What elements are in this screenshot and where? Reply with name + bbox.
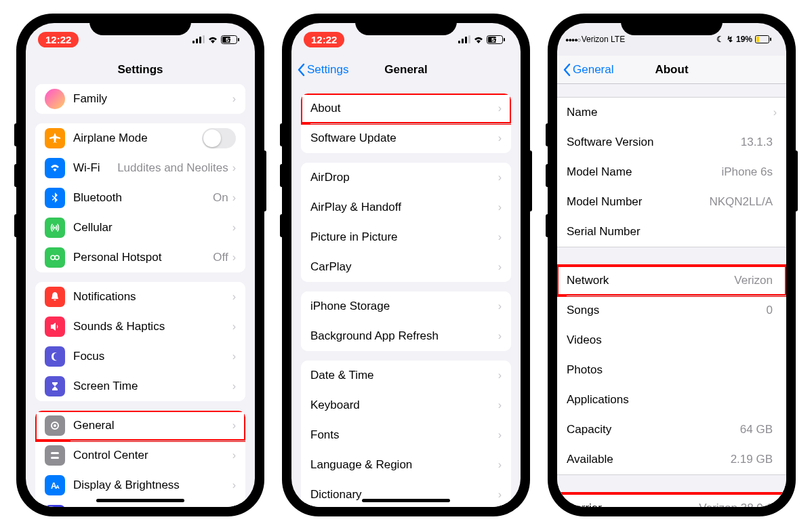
network-row: NetworkVerizon [557,266,786,295]
chevron-right-icon: › [498,132,502,144]
family-avatars-icon [45,89,65,109]
battery-charge-icon: ↯ [727,35,733,44]
battery-icon [755,35,771,43]
chevron-right-icon: › [498,171,502,184]
chevron-right-icon: › [498,429,502,441]
phone-2-general: 12:22 57 Settings General About › Soft [283,15,529,515]
grid-icon [45,505,65,507]
chevron-right-icon: › [498,102,502,115]
svg-rect-29 [504,38,505,41]
status-time: 12:22 [38,32,79,47]
airplane-toggle[interactable] [202,128,236,148]
chevron-right-icon: › [232,93,236,105]
cellular-row[interactable]: Cellular › [35,213,245,243]
status-time: 12:22 [304,32,344,47]
family-label: Family [73,92,232,106]
back-button[interactable]: Settings [297,63,348,77]
gear-icon [45,415,65,436]
signal-icon [458,35,470,43]
chevron-right-icon: › [232,222,236,234]
switches-icon [45,445,65,466]
software-version-row: Software Version13.1.3 [557,127,786,157]
notch [621,15,723,35]
svg-point-12 [54,424,56,427]
svg-rect-3 [203,35,205,43]
photos-row: Photos [557,355,786,385]
chevron-right-icon: › [232,350,236,363]
name-row[interactable]: Name› [557,98,786,127]
chevron-right-icon: › [498,369,502,382]
pip-row[interactable]: Picture in Picture› [301,222,511,252]
airplane-mode-row[interactable]: Airplane Mode [35,123,245,153]
cellular-icon [45,218,65,238]
home-indicator[interactable] [362,499,450,502]
applications-row: Applications [557,385,786,415]
about-row[interactable]: About › [301,94,511,123]
phone-3-about: ●●●●○ Verizon LTE ☾ ↯ 19% General About … [549,15,794,515]
software-update-row[interactable]: Software Update › [301,123,511,153]
wifi-row[interactable]: Wi-Fi Luddites and Neolites › [35,153,245,183]
notch [89,15,191,35]
chevron-right-icon: › [498,231,502,243]
airplay-row[interactable]: AirPlay & Handoff› [301,192,511,222]
nav-bar: Settings General [291,56,521,84]
bluetooth-row[interactable]: Bluetooth On › [35,183,245,213]
svg-point-8 [54,227,56,229]
general-row[interactable]: General › [35,411,245,441]
screentime-row[interactable]: Screen Time › [35,371,245,401]
available-row: Available2.19 GB [557,445,786,474]
chevron-right-icon: › [232,449,236,462]
serial-row: Serial Number [557,217,786,247]
notifications-row[interactable]: Notifications › [35,282,245,312]
bg-refresh-row[interactable]: Background App Refresh› [301,321,511,351]
focus-row[interactable]: Focus › [35,342,245,371]
chevron-right-icon: › [498,201,502,213]
storage-row[interactable]: iPhone Storage› [301,291,511,321]
fonts-row[interactable]: Fonts› [301,420,511,450]
bell-icon [45,287,65,307]
chevron-left-icon [297,63,305,77]
notch [355,15,457,35]
airplane-icon [45,128,65,148]
svg-text:57: 57 [491,37,498,43]
datetime-row[interactable]: Date & Time› [301,361,511,390]
keyboard-row[interactable]: Keyboard› [301,390,511,420]
control-center-row[interactable]: Control Center › [35,441,245,470]
back-button[interactable]: General [563,63,613,77]
svg-rect-26 [468,35,470,43]
chevron-right-icon: › [232,162,236,174]
chevron-right-icon: › [498,261,502,273]
battery-icon: 57 [221,35,240,44]
dictionary-row[interactable]: Dictionary› [301,480,511,507]
chevron-left-icon [563,63,571,77]
chevron-right-icon: › [498,399,502,411]
svg-point-10 [55,256,59,260]
sounds-row[interactable]: Sounds & Haptics › [35,312,245,342]
svg-rect-13 [51,452,59,454]
status-carrier: ●●●●○ Verizon LTE [565,35,625,44]
chevron-right-icon: › [232,479,236,491]
model-name-row: Model NameiPhone 6s [557,157,786,187]
svg-rect-25 [465,37,467,43]
chevron-right-icon: › [498,300,502,312]
nav-bar: General About [557,56,786,84]
chevron-right-icon: › [232,291,236,303]
svg-rect-24 [462,39,464,43]
chevron-right-icon: › [232,251,236,264]
home-indicator[interactable] [96,499,184,502]
airdrop-row[interactable]: AirDrop› [301,163,511,192]
speaker-icon [45,317,65,337]
chevron-right-icon: › [232,192,236,204]
hotspot-icon [45,247,65,268]
family-row[interactable]: Family › [35,84,245,114]
wifi-icon [207,35,218,43]
hotspot-row[interactable]: Personal Hotspot Off › [35,243,245,272]
carrier-row: CarrierVerizon 38.0.1 [557,493,786,507]
battery-percent: 19% [736,35,752,44]
page-title: General [384,63,427,77]
display-row[interactable]: AA Display & Brightness › [35,470,245,500]
langregion-row[interactable]: Language & Region› [301,450,511,480]
carplay-row[interactable]: CarPlay› [301,252,511,282]
hourglass-icon [45,376,65,396]
svg-rect-33 [770,38,771,41]
